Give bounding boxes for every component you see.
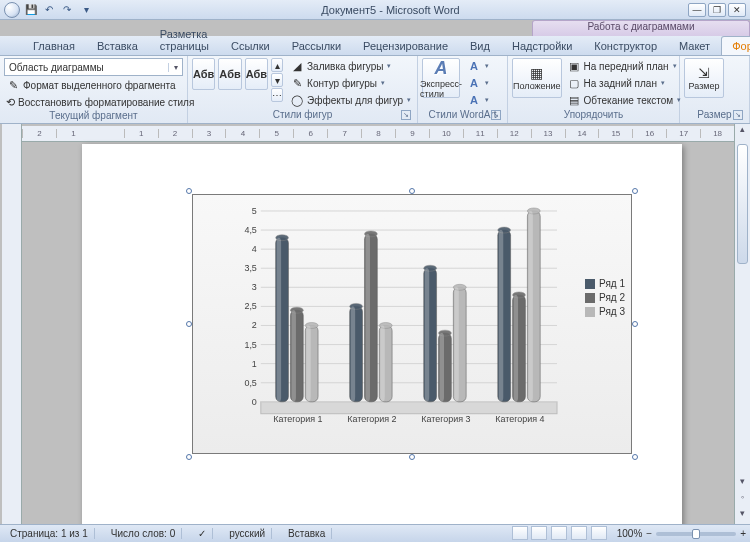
window-controls: — ❐ ✕ (688, 3, 746, 17)
status-mode[interactable]: Вставка (282, 528, 332, 539)
legend-label: Ряд 1 (599, 278, 625, 289)
dialog-launcher-icon[interactable]: ↘ (491, 110, 501, 120)
close-button[interactable]: ✕ (728, 3, 746, 17)
svg-text:Категория 2: Категория 2 (347, 414, 396, 424)
zoom-slider[interactable] (656, 532, 736, 536)
svg-rect-61 (528, 211, 532, 402)
svg-rect-0 (261, 402, 557, 414)
ribbon-tabs: ГлавнаяВставкаРазметка страницыСсылкиРас… (0, 36, 750, 56)
send-back-icon: ▢ (567, 76, 581, 90)
text-effects-button[interactable]: A▾ (465, 92, 491, 108)
save-icon[interactable]: 💾 (24, 3, 38, 17)
size-button[interactable]: ⇲ Размер (684, 58, 724, 98)
zoom-in-button[interactable]: + (740, 528, 746, 539)
shape-style-preset[interactable]: Абв (218, 58, 241, 90)
prev-page-icon[interactable]: ◦ (735, 492, 750, 508)
bring-front-icon: ▣ (567, 59, 581, 73)
gallery-more-icon[interactable]: ⋯ (271, 88, 283, 102)
status-word-count[interactable]: Число слов: 0 (105, 528, 182, 539)
view-fullscreen-icon[interactable] (531, 526, 547, 540)
view-web-icon[interactable] (551, 526, 567, 540)
document-area[interactable]: 21123456789101112131415161718 00,511,522… (22, 124, 750, 524)
chart-object[interactable]: 00,511,522,533,544,55Категория 1Категори… (192, 194, 632, 454)
next-page-icon[interactable]: ▾ (735, 508, 750, 524)
reset-style-button[interactable]: ⟲ Восстановить форматирование стиля (4, 94, 183, 110)
qat-menu-icon[interactable]: ▾ (79, 3, 93, 17)
text-wrap-button[interactable]: ▤Обтекание текстом▾ (565, 92, 684, 108)
tab-макет[interactable]: Макет (668, 36, 721, 55)
svg-text:4,5: 4,5 (244, 225, 256, 235)
legend-swatch-icon (585, 307, 595, 317)
tab-надстройки[interactable]: Надстройки (501, 36, 583, 55)
text-effects-icon: A (467, 93, 481, 107)
text-outline-button[interactable]: A▾ (465, 75, 491, 91)
scroll-thumb[interactable] (737, 144, 748, 264)
legend-item: Ряд 3 (585, 306, 625, 317)
gallery-up-icon[interactable]: ▴ (271, 58, 283, 72)
status-page[interactable]: Страница: 1 из 1 (4, 528, 95, 539)
size-icon: ⇲ (698, 65, 710, 81)
gallery-down-icon[interactable]: ▾ (271, 73, 283, 87)
redo-icon[interactable]: ↷ (60, 3, 74, 17)
chart-element-combo[interactable]: Область диаграммы ▾ (4, 58, 183, 76)
vertical-scrollbar[interactable]: ▴ ▾ ◦ ▾ (734, 124, 750, 524)
page: 00,511,522,533,544,55Категория 1Категори… (82, 144, 682, 524)
scroll-down-icon[interactable]: ▾ (735, 476, 750, 492)
horizontal-ruler[interactable]: 21123456789101112131415161718 (22, 126, 734, 142)
group-label: Упорядочить (512, 109, 675, 123)
chevron-down-icon[interactable]: ▾ (168, 63, 182, 72)
window-title: Документ5 - Microsoft Word (93, 4, 688, 16)
ribbon: Область диаграммы ▾ ✎ Формат выделенного… (0, 56, 750, 124)
position-icon: ▦ (530, 65, 543, 81)
tab-главная[interactable]: Главная (22, 36, 86, 55)
svg-rect-31 (306, 325, 310, 401)
svg-text:3,5: 3,5 (244, 263, 256, 273)
status-bar: Страница: 1 из 1 Число слов: 0 ✓ русский… (0, 524, 750, 542)
shape-effects-button[interactable]: ◯Эффекты для фигур▾ (288, 92, 413, 108)
tab-конструктор[interactable]: Конструктор (583, 36, 668, 55)
text-fill-icon: A (467, 59, 481, 73)
svg-rect-35 (351, 306, 355, 401)
view-outline-icon[interactable] (571, 526, 587, 540)
text-outline-icon: A (467, 76, 481, 90)
tab-вид[interactable]: Вид (459, 36, 501, 55)
quick-styles-button[interactable]: A Экспресс-стили (422, 58, 460, 98)
svg-text:Категория 4: Категория 4 (495, 414, 544, 424)
format-selection-button[interactable]: ✎ Формат выделенного фрагмента (4, 77, 183, 93)
svg-rect-41 (380, 325, 384, 401)
status-language[interactable]: русский (223, 528, 272, 539)
text-fill-button[interactable]: A▾ (465, 58, 491, 74)
position-button[interactable]: ▦ Положение (512, 58, 562, 98)
chart-element-combo-value: Область диаграммы (5, 62, 168, 73)
zoom-out-button[interactable]: − (646, 528, 652, 539)
group-label: Размер↘ (684, 109, 745, 123)
undo-icon[interactable]: ↶ (42, 3, 56, 17)
dialog-launcher-icon[interactable]: ↘ (733, 110, 743, 120)
scroll-up-icon[interactable]: ▴ (735, 124, 750, 140)
shape-style-preset[interactable]: Абв (245, 58, 268, 90)
svg-text:1: 1 (252, 359, 257, 369)
restore-button[interactable]: ❐ (708, 3, 726, 17)
svg-text:2: 2 (252, 320, 257, 330)
tab-ссылки[interactable]: Ссылки (220, 36, 281, 55)
status-proofing-icon[interactable]: ✓ (192, 528, 213, 539)
minimize-button[interactable]: — (688, 3, 706, 17)
view-draft-icon[interactable] (591, 526, 607, 540)
shape-outline-button[interactable]: ✎Контур фигуры▾ (288, 75, 413, 91)
office-button[interactable] (4, 2, 20, 18)
view-print-layout-icon[interactable] (512, 526, 528, 540)
wrap-icon: ▤ (567, 93, 581, 107)
tab-рассылки[interactable]: Рассылки (281, 36, 352, 55)
svg-text:Категория 3: Категория 3 (421, 414, 470, 424)
vertical-ruler[interactable] (2, 124, 22, 524)
tab-разметка страницы[interactable]: Разметка страницы (149, 24, 220, 55)
tab-вставка[interactable]: Вставка (86, 36, 149, 55)
zoom-value[interactable]: 100% (617, 528, 643, 539)
bring-front-button[interactable]: ▣На передний план▾ (565, 58, 684, 74)
tab-рецензирование[interactable]: Рецензирование (352, 36, 459, 55)
shape-fill-button[interactable]: ◢Заливка фигуры▾ (288, 58, 413, 74)
tab-формат[interactable]: Формат (721, 36, 750, 55)
dialog-launcher-icon[interactable]: ↘ (401, 110, 411, 120)
shape-style-preset[interactable]: Абв (192, 58, 215, 90)
send-back-button[interactable]: ▢На задний план▾ (565, 75, 684, 91)
